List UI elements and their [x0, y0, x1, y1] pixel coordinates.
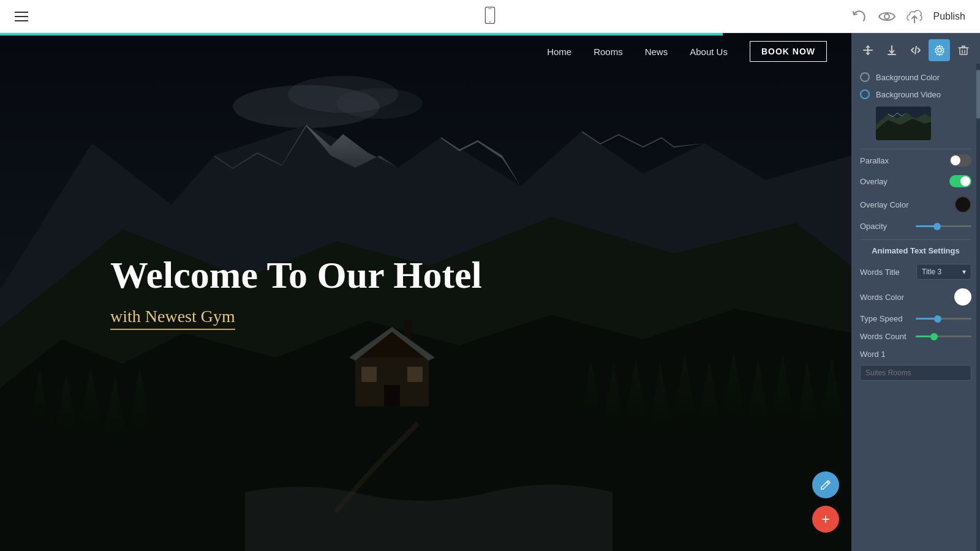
overlay-color-row: Overlay Color: [860, 196, 971, 213]
panel-scrollbar[interactable]: [976, 64, 980, 551]
parallax-row: Parallax: [860, 154, 971, 167]
panel-content[interactable]: Background Color Background Video: [851, 67, 980, 551]
words-color-label: Words Color: [860, 293, 954, 302]
download-tool-btn[interactable]: [881, 39, 903, 61]
svg-rect-48: [962, 46, 965, 47]
settings-tool-btn[interactable]: [929, 39, 950, 61]
hamburger-menu[interactable]: [15, 12, 28, 21]
hero-subtitle: with Newest Gym: [110, 307, 235, 330]
svg-point-3: [884, 14, 889, 19]
teal-border: [0, 33, 723, 36]
divider-1: [860, 149, 971, 149]
overlay-color-label: Overlay Color: [860, 200, 954, 209]
type-speed-row: Type Speed: [860, 314, 971, 323]
nav-rooms[interactable]: Rooms: [594, 47, 623, 57]
bg-color-row: Background Color: [860, 72, 971, 82]
panel-toolbar: [851, 33, 980, 67]
type-speed-slider[interactable]: [916, 318, 971, 320]
words-count-row: Words Count: [860, 332, 971, 341]
words-count-slider[interactable]: [916, 335, 971, 337]
words-title-value: Title 3: [922, 268, 941, 276]
words-title-chevron: ▾: [962, 268, 966, 276]
publish-label: Publish: [933, 11, 965, 22]
bg-video-row: Background Video: [860, 89, 971, 99]
overlay-toggle[interactable]: [949, 175, 971, 187]
bg-video-thumbnail[interactable]: [876, 107, 931, 140]
word1-input[interactable]: [860, 365, 971, 381]
canvas[interactable]: Home Rooms News About Us BOOK NOW Welcom…: [0, 33, 851, 551]
words-color-row: Words Color: [860, 288, 971, 305]
overlay-row: Overlay: [860, 175, 971, 187]
svg-rect-44: [960, 48, 967, 54]
nav-news[interactable]: News: [645, 47, 668, 57]
phone-preview-icon[interactable]: [481, 7, 499, 24]
word1-section: Word 1: [860, 350, 971, 381]
svg-rect-0: [485, 7, 494, 23]
nav-about[interactable]: About Us: [690, 47, 728, 57]
nav-home[interactable]: Home: [547, 47, 571, 57]
svg-line-55: [827, 482, 829, 484]
scrollbar-thumb: [976, 70, 980, 119]
topbar: Publish: [0, 0, 980, 33]
bg-color-radio[interactable]: [860, 72, 870, 82]
pencil-icon: [820, 479, 832, 491]
divider-2: [860, 239, 971, 240]
opacity-slider[interactable]: [916, 225, 971, 227]
hero-title: Welcome To Our Hotel: [110, 254, 482, 296]
svg-line-42: [915, 47, 916, 54]
words-title-row: Words Title Title 3 ▾: [860, 264, 971, 280]
parallax-label: Parallax: [860, 156, 949, 165]
words-count-label: Words Count: [860, 332, 916, 341]
words-title-select[interactable]: Title 3 ▾: [916, 264, 971, 280]
edit-fab-button[interactable]: [812, 471, 839, 498]
right-panel: Background Color Background Video: [851, 33, 980, 551]
hero-subtitle-word: Newest Gym: [145, 307, 235, 326]
bg-video-radio[interactable]: [860, 89, 870, 99]
words-color-swatch[interactable]: [954, 288, 971, 305]
thumbnail-scene: [876, 107, 931, 140]
svg-point-2: [489, 21, 491, 23]
word1-label: Word 1: [860, 350, 971, 359]
code-tool-btn[interactable]: [905, 39, 927, 61]
svg-rect-1: [488, 8, 492, 9]
add-icon: +: [821, 512, 830, 527]
topbar-left: [15, 12, 28, 21]
hero-subtitle-prefix: with: [110, 307, 145, 326]
move-tool-btn[interactable]: [858, 39, 879, 61]
type-speed-label: Type Speed: [860, 314, 916, 323]
hero-content: Welcome To Our Hotel with Newest Gym: [110, 254, 482, 330]
site-nav: Home Rooms News About Us BOOK NOW: [0, 33, 851, 70]
opacity-label: Opacity: [860, 222, 916, 231]
svg-point-43: [938, 48, 941, 52]
topbar-center: [481, 7, 499, 26]
opacity-row: Opacity: [860, 222, 971, 231]
bg-video-label: Background Video: [876, 90, 971, 99]
undo-icon[interactable]: [851, 9, 867, 24]
bg-thumbnail-inner: [876, 107, 931, 140]
animated-text-header: Animated Text Settings: [860, 246, 971, 255]
topbar-right: Publish: [851, 9, 965, 24]
parallax-toggle[interactable]: [949, 154, 971, 167]
upload-icon[interactable]: [907, 9, 922, 24]
add-fab-button[interactable]: +: [812, 506, 839, 533]
book-now-button[interactable]: BOOK NOW: [750, 41, 827, 62]
preview-icon[interactable]: [878, 10, 895, 23]
bg-color-label: Background Color: [876, 73, 971, 82]
words-title-label: Words Title: [860, 268, 916, 277]
overlay-color-swatch[interactable]: [954, 196, 971, 213]
publish-button[interactable]: Publish: [933, 11, 965, 22]
delete-tool-btn[interactable]: [952, 39, 974, 61]
overlay-label: Overlay: [860, 177, 949, 186]
fab-container: +: [812, 471, 839, 533]
